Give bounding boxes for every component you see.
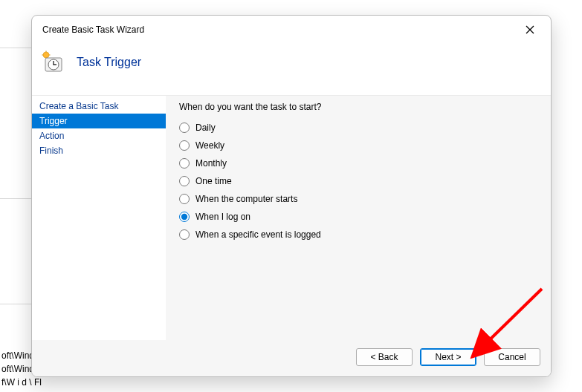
sidebar-step-trigger[interactable]: Trigger (32, 114, 166, 128)
trigger-option-event-logged[interactable]: When a specific event is logged (179, 229, 537, 240)
trigger-option-label: Weekly (195, 140, 224, 151)
trigger-radio-weekly[interactable] (179, 140, 190, 151)
dialog-footer: < Back Next > Cancel (32, 340, 551, 376)
dialog-body: Create a Basic Task Trigger Action Finis… (32, 96, 551, 340)
background-path-item: f\W i d \ Fl (0, 376, 66, 389)
trigger-option-monthly[interactable]: Monthly (179, 158, 537, 169)
close-button[interactable] (518, 21, 542, 39)
trigger-option-label: When the computer starts (195, 194, 297, 204)
dialog-header: Task Trigger (32, 38, 551, 96)
trigger-radio-computer-starts[interactable] (179, 194, 190, 204)
trigger-radio-monthly[interactable] (179, 158, 190, 169)
trigger-radio-daily[interactable] (179, 122, 190, 133)
next-button[interactable]: Next > (420, 348, 476, 366)
trigger-options: Daily Weekly Monthly One time When the c… (179, 122, 537, 240)
wizard-dialog: Create Basic Task Wizard (31, 15, 552, 377)
trigger-option-daily[interactable]: Daily (179, 122, 537, 133)
back-button[interactable]: < Back (356, 348, 413, 366)
trigger-option-label: One time (195, 176, 232, 186)
svg-point-2 (43, 52, 49, 58)
svg-point-11 (53, 64, 54, 65)
trigger-option-label: Daily (195, 122, 216, 133)
trigger-radio-log-on[interactable] (179, 212, 190, 222)
sidebar-step-create[interactable]: Create a Basic Task (32, 99, 166, 114)
sidebar-step-finish[interactable]: Finish (32, 143, 166, 158)
trigger-radio-event-logged[interactable] (179, 229, 190, 240)
wizard-steps-sidebar: Create a Basic Task Trigger Action Finis… (32, 96, 166, 340)
dialog-header-title: Task Trigger (77, 56, 141, 69)
sidebar-step-action[interactable]: Action (32, 128, 166, 143)
trigger-option-computer-starts[interactable]: When the computer starts (179, 194, 537, 204)
dialog-title: Create Basic Task Wizard (42, 24, 144, 35)
titlebar: Create Basic Task Wizard (32, 16, 551, 38)
wizard-content: When do you want the task to start? Dail… (166, 96, 551, 340)
trigger-radio-onetime[interactable] (179, 176, 190, 186)
trigger-option-log-on[interactable]: When I log on (179, 212, 537, 222)
trigger-prompt: When do you want the task to start? (179, 102, 537, 112)
close-icon (526, 25, 534, 34)
trigger-option-weekly[interactable]: Weekly (179, 140, 537, 151)
trigger-option-label: Monthly (195, 158, 227, 169)
task-scheduler-icon (41, 50, 65, 74)
trigger-option-label: When a specific event is logged (195, 229, 321, 240)
trigger-option-label: When I log on (195, 212, 250, 222)
cancel-button[interactable]: Cancel (484, 348, 540, 366)
trigger-option-onetime[interactable]: One time (179, 176, 537, 186)
